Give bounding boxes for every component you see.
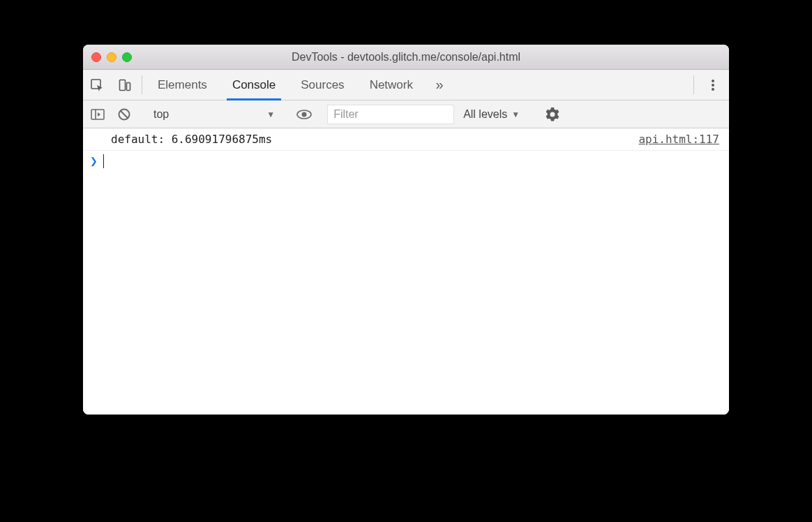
svg-rect-1 — [120, 80, 126, 90]
chevron-down-icon: ▼ — [511, 110, 520, 119]
settings-menu-button[interactable] — [697, 70, 729, 100]
tab-label: Elements — [158, 78, 207, 92]
tab-label: Sources — [301, 78, 344, 92]
divider — [693, 75, 694, 94]
svg-point-11 — [302, 112, 307, 117]
toggle-console-sidebar-icon[interactable] — [86, 103, 110, 126]
svg-point-5 — [712, 88, 714, 91]
minimize-window-button[interactable] — [107, 52, 116, 62]
window-controls — [91, 52, 132, 62]
tab-network[interactable]: Network — [357, 70, 426, 100]
console-output: default: 6.69091796875ms api.html:117 ❯ — [83, 128, 729, 415]
console-prompt[interactable]: ❯ — [83, 151, 729, 171]
console-toolbar: top ▼ All levels ▼ — [83, 100, 729, 128]
device-toolbar-icon[interactable] — [111, 70, 139, 100]
spacer — [453, 70, 691, 100]
tab-label: Console — [232, 78, 276, 92]
execution-context-select[interactable]: top ▼ — [148, 108, 280, 121]
console-settings-icon[interactable] — [539, 107, 566, 121]
tab-sources[interactable]: Sources — [288, 70, 356, 100]
filter-input[interactable] — [328, 105, 453, 124]
context-label: top — [153, 108, 169, 121]
tab-elements[interactable]: Elements — [145, 70, 220, 100]
divider — [142, 75, 142, 94]
log-message: default: 6.69091796875ms — [111, 133, 272, 146]
inspect-element-icon[interactable] — [83, 70, 111, 100]
panel-tabs: Elements Console Sources Network — [145, 70, 426, 100]
chevron-down-icon: ▼ — [266, 110, 275, 119]
devtools-window: DevTools - devtools.glitch.me/console/ap… — [83, 45, 729, 415]
main-tabbar: Elements Console Sources Network » — [83, 70, 729, 100]
tab-label: Network — [370, 78, 413, 92]
svg-point-4 — [712, 84, 714, 87]
log-source-link[interactable]: api.html:117 — [638, 133, 719, 146]
chevron-right-double-icon: » — [435, 77, 443, 93]
svg-point-3 — [712, 80, 714, 82]
window-title: DevTools - devtools.glitch.me/console/ap… — [83, 51, 729, 64]
text-cursor — [103, 154, 105, 168]
zoom-window-button[interactable] — [122, 52, 132, 62]
tab-console[interactable]: Console — [220, 70, 288, 100]
titlebar: DevTools - devtools.glitch.me/console/ap… — [83, 45, 729, 70]
svg-rect-2 — [127, 82, 130, 90]
close-window-button[interactable] — [91, 52, 101, 62]
levels-label: All levels — [463, 108, 507, 121]
svg-line-9 — [121, 110, 128, 117]
prompt-chevron-icon: ❯ — [90, 154, 98, 168]
clear-console-icon[interactable] — [112, 103, 136, 126]
console-log-row[interactable]: default: 6.69091796875ms api.html:117 — [83, 128, 729, 151]
more-tabs-button[interactable]: » — [426, 70, 453, 100]
live-expression-icon[interactable] — [292, 103, 316, 126]
log-levels-select[interactable]: All levels ▼ — [456, 108, 527, 121]
